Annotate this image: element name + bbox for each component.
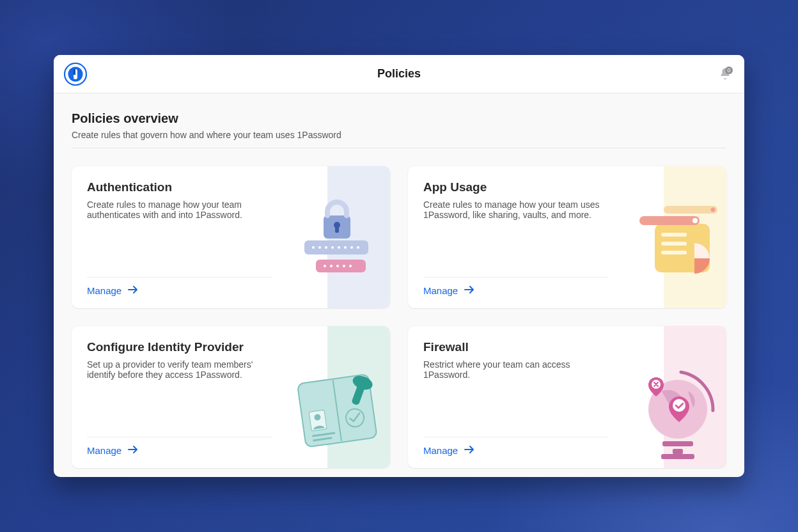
svg-rect-23 [661,233,687,237]
svg-rect-13 [316,260,366,272]
card-footer: Manage [87,277,272,297]
manage-label: Manage [423,445,458,456]
card-app-usage[interactable]: App Usage Create rules to manage how you… [408,166,726,308]
overview-subtitle: Create rules that govern how and where y… [72,130,726,140]
svg-point-10 [344,246,347,249]
card-description: Create rules to manage how your team use… [423,199,615,220]
svg-rect-40 [662,441,693,446]
svg-point-15 [330,265,332,267]
arrow-right-icon [128,445,138,456]
notification-count-badge: 0 [725,66,733,74]
overview-divider [72,148,726,148]
notifications-button[interactable]: 0 [716,65,734,83]
svg-point-16 [336,265,339,267]
svg-point-5 [312,246,315,249]
globe-illustration-icon [627,353,723,462]
svg-rect-21 [335,226,339,233]
svg-rect-42 [661,454,694,459]
card-footer: Manage [423,437,609,457]
manage-firewall-link[interactable]: Manage [423,445,474,456]
card-configure-identity-provider[interactable]: Configure Identity Provider Set up a pro… [72,326,390,468]
svg-rect-3 [74,69,75,75]
overview-title: Policies overview [72,111,726,126]
svg-point-12 [357,246,359,249]
lock-illustration-icon [290,193,386,302]
card-title: Firewall [423,340,711,354]
svg-point-7 [325,246,327,249]
svg-point-17 [343,265,345,267]
card-authentication[interactable]: Authentication Create rules to manage ho… [72,166,390,308]
svg-point-11 [350,246,353,249]
card-description: Set up a provider to verify team members… [87,359,279,380]
svg-point-27 [692,218,698,223]
svg-point-9 [338,246,340,249]
svg-rect-26 [639,216,700,225]
arrow-right-icon [464,285,474,296]
top-bar: Policies 0 [54,55,744,93]
manage-identity-provider-link[interactable]: Manage [87,445,138,456]
svg-point-29 [711,208,716,212]
arrow-right-icon [128,285,138,296]
page-background: Policies 0 Policies overview Create rule… [0,0,798,532]
content-area: Policies overview Create rules that gove… [54,93,744,477]
manage-label: Manage [87,445,121,456]
card-title: App Usage [423,180,711,194]
svg-point-43 [673,399,685,412]
svg-point-14 [324,265,326,267]
manage-authentication-link[interactable]: Manage [87,285,138,296]
manage-app-usage-link[interactable]: Manage [423,285,474,296]
svg-rect-41 [673,449,683,454]
svg-rect-24 [661,242,687,246]
card-footer: Manage [423,277,609,297]
card-footer: Manage [87,437,272,457]
arrow-right-icon [464,445,474,456]
policy-cards-grid: Authentication Create rules to manage ho… [72,166,726,468]
card-description: Restrict where your team can access 1Pas… [423,359,615,380]
card-firewall[interactable]: Firewall Restrict where your team can ac… [408,326,726,468]
card-description: Create rules to manage how your team aut… [87,199,279,220]
manage-label: Manage [423,285,458,296]
page-title: Policies [377,67,421,81]
manage-label: Manage [87,285,121,296]
app-usage-illustration-icon [627,193,723,302]
app-logo[interactable] [64,63,87,86]
svg-point-8 [331,246,334,249]
svg-rect-25 [661,251,687,254]
app-window: Policies 0 Policies overview Create rule… [54,55,744,477]
card-title: Authentication [87,180,375,194]
svg-point-6 [318,246,321,249]
passport-illustration-icon [290,353,386,462]
svg-rect-28 [664,206,717,214]
svg-point-18 [349,265,352,267]
card-title: Configure Identity Provider [87,340,375,354]
onepassword-logo-icon [64,63,87,86]
